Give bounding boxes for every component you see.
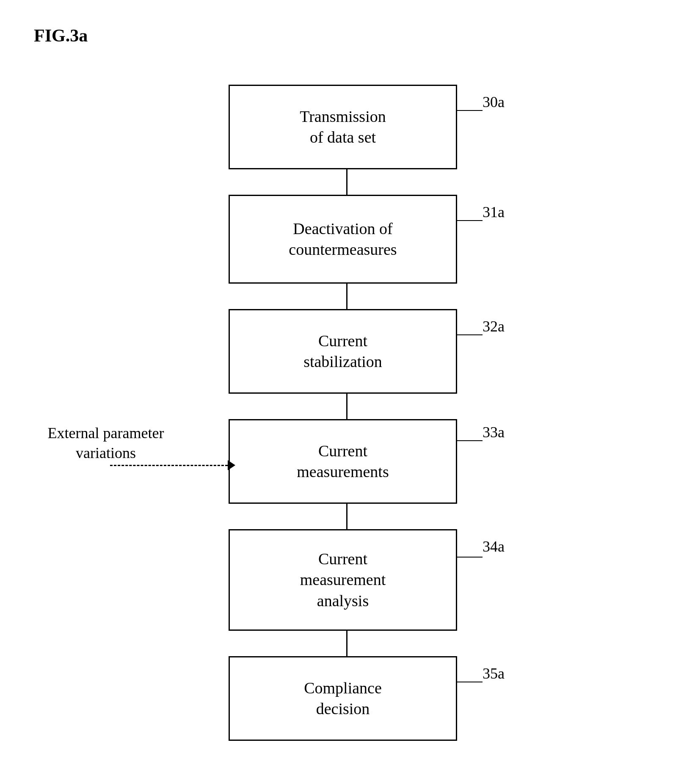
ref-35a: 35a — [483, 665, 505, 682]
box-deactivation: Deactivation ofcountermeasures — [229, 195, 457, 284]
ref-line-31a — [457, 220, 483, 221]
box-transmission: Transmissionof data set — [229, 85, 457, 169]
ref-line-32a — [457, 334, 483, 335]
dashed-arrowhead — [228, 460, 235, 470]
page: FIG.3a Transmissionof data set 30a Deact… — [0, 0, 695, 784]
dashed-arrow — [110, 460, 235, 470]
box-transmission-label: Transmissionof data set — [300, 106, 386, 148]
figure-label: FIG.3a — [34, 25, 88, 46]
external-param-label: External parametervariations — [34, 423, 178, 463]
ref-34a: 34a — [483, 538, 505, 555]
diagram-container: Transmissionof data set 30a Deactivation… — [0, 51, 695, 770]
box-stabilization: Currentstabilization — [229, 309, 457, 394]
ref-30a: 30a — [483, 93, 505, 111]
ref-line-30a — [457, 110, 483, 111]
ref-line-35a — [457, 682, 483, 682]
box-compliance-label: Compliancedecision — [304, 678, 382, 720]
box-stabilization-label: Currentstabilization — [303, 331, 382, 373]
ref-32a: 32a — [483, 317, 505, 335]
box-analysis: Currentmeasurementanalysis — [229, 529, 457, 631]
box-compliance: Compliancedecision — [229, 656, 457, 741]
ref-line-33a — [457, 440, 483, 441]
box-measurements: Currentmeasurements — [229, 419, 457, 504]
box-analysis-label: Currentmeasurementanalysis — [300, 549, 386, 611]
ref-33a: 33a — [483, 423, 505, 441]
external-param-text: External parametervariations — [48, 425, 164, 461]
ref-line-34a — [457, 557, 483, 558]
box-measurements-label: Currentmeasurements — [297, 441, 389, 483]
ref-31a: 31a — [483, 203, 505, 221]
box-deactivation-label: Deactivation ofcountermeasures — [289, 218, 397, 260]
